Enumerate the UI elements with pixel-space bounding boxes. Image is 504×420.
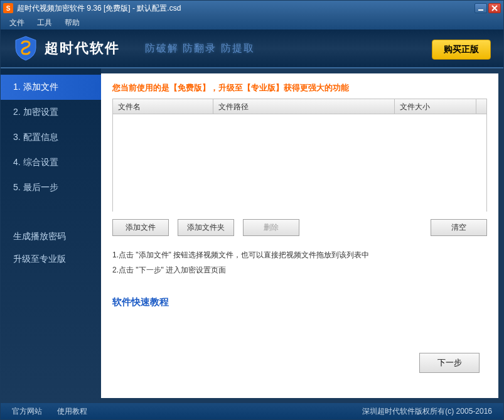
add-folder-button[interactable]: 添加文件夹 <box>178 219 234 236</box>
logo: 超时代软件 <box>13 35 120 62</box>
clear-button[interactable]: 清空 <box>431 219 487 236</box>
table-body[interactable] <box>113 114 486 212</box>
main-area: 1. 添加文件 2. 加密设置 3. 配置信息 4. 综合设置 5. 最后一步 … <box>1 68 503 403</box>
sidebar-link-upgrade[interactable]: 升级至专业版 <box>1 248 101 271</box>
minimize-icon <box>478 5 484 11</box>
menubar: 文件 工具 帮助 <box>1 16 503 30</box>
th-filesize[interactable]: 文件大小 <box>395 99 476 114</box>
instructions: 1.点击 "添加文件" 按钮选择视频文件，也可以直接把视频文件拖放到该列表中 2… <box>112 247 487 277</box>
menu-help[interactable]: 帮助 <box>62 16 82 30</box>
instruction-line-1: 1.点击 "添加文件" 按钮选择视频文件，也可以直接把视频文件拖放到该列表中 <box>112 247 487 262</box>
slogan-text: 防破解 防翻录 防提取 <box>145 42 255 55</box>
close-icon <box>491 5 498 11</box>
delete-button[interactable]: 删除 <box>243 219 299 236</box>
buy-button[interactable]: 购买正版 <box>432 40 491 60</box>
sidebar-step-config-info[interactable]: 3. 配置信息 <box>1 125 101 150</box>
tutorial-link[interactable]: 软件快速教程 <box>112 296 487 308</box>
content-panel: 您当前使用的是【免费版】，升级至【专业版】获得更强大的功能 文件名 文件路径 文… <box>101 73 498 398</box>
sidebar-divider <box>1 200 101 225</box>
menu-tools[interactable]: 工具 <box>35 16 55 30</box>
logo-text: 超时代软件 <box>45 39 120 58</box>
sidebar-link-generate-password[interactable]: 生成播放密码 <box>1 225 101 248</box>
window-controls <box>475 3 501 13</box>
file-table: 文件名 文件路径 文件大小 <box>112 99 487 212</box>
titlebar: S 超时代视频加密软件 9.36 [免费版] - 默认配置.csd <box>1 1 503 16</box>
th-filename[interactable]: 文件名 <box>113 99 213 114</box>
shield-icon <box>13 35 38 62</box>
th-spacer <box>476 99 486 114</box>
close-button[interactable] <box>488 3 501 13</box>
sidebar-step-general-settings[interactable]: 4. 综合设置 <box>1 150 101 175</box>
upgrade-notice: 您当前使用的是【免费版】，升级至【专业版】获得更强大的功能 <box>112 82 487 94</box>
table-header: 文件名 文件路径 文件大小 <box>113 99 486 114</box>
footer-tutorial[interactable]: 使用教程 <box>57 406 87 417</box>
footer: 官方网站 使用教程 深圳超时代软件版权所有(c) 2005-2016 <box>1 403 503 419</box>
svg-rect-0 <box>478 9 483 11</box>
sidebar-step-encrypt-settings[interactable]: 2. 加密设置 <box>1 100 101 125</box>
next-button[interactable]: 下一步 <box>419 353 480 373</box>
footer-official-site[interactable]: 官方网站 <box>12 406 42 417</box>
sidebar-step-add-files[interactable]: 1. 添加文件 <box>1 75 101 100</box>
add-file-button[interactable]: 添加文件 <box>112 219 169 236</box>
sidebar-step-final[interactable]: 5. 最后一步 <box>1 175 101 200</box>
sidebar: 1. 添加文件 2. 加密设置 3. 配置信息 4. 综合设置 5. 最后一步 … <box>1 68 101 403</box>
app-window: S 超时代视频加密软件 9.36 [免费版] - 默认配置.csd 文件 工具 … <box>0 0 504 420</box>
window-title: 超时代视频加密软件 9.36 [免费版] - 默认配置.csd <box>17 3 475 14</box>
banner: 超时代软件 防破解 防翻录 防提取 购买正版 <box>1 30 503 68</box>
instruction-line-2: 2.点击 "下一步" 进入加密设置页面 <box>112 262 487 277</box>
menu-file[interactable]: 文件 <box>7 16 27 30</box>
th-filepath[interactable]: 文件路径 <box>213 99 395 114</box>
minimize-button[interactable] <box>475 3 487 13</box>
app-icon: S <box>3 3 13 13</box>
button-spacer <box>308 219 422 236</box>
footer-copyright: 深圳超时代软件版权所有(c) 2005-2016 <box>362 406 492 417</box>
button-row: 添加文件 添加文件夹 删除 清空 <box>112 219 487 236</box>
